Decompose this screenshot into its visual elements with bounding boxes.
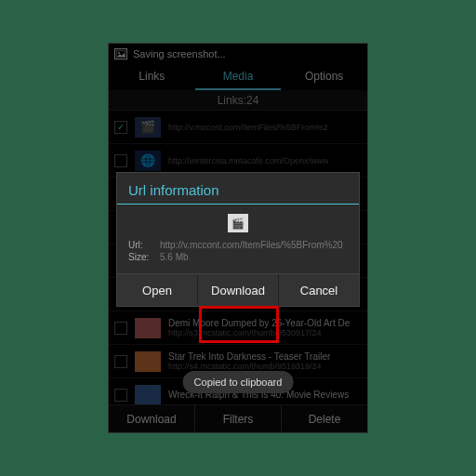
phone-screen: Saving screenshot... Links Media Options… — [108, 43, 368, 433]
dialog-title: Url information — [117, 173, 359, 204]
toast: Copied to clipboard — [183, 371, 294, 393]
divider — [117, 204, 359, 205]
size-label: Size: — [128, 252, 154, 262]
url-info-dialog: Url information 🎬 Url: http://v.mccont.c… — [116, 172, 360, 307]
dialog-body: Url: http://v.mccont.com/ItemFiles/%5BFr… — [117, 240, 359, 273]
dialog-icon-row: 🎬 — [117, 212, 359, 240]
dialog-download-button[interactable]: Download — [198, 274, 279, 306]
url-value: http://v.mccont.com/ItemFiles/%5BFrom%20 — [160, 240, 343, 250]
size-value: 5.6 Mb — [160, 252, 189, 262]
open-button[interactable]: Open — [117, 274, 198, 306]
dialog-actions: Open Download Cancel — [117, 273, 359, 306]
cancel-button[interactable]: Cancel — [279, 274, 359, 306]
url-label: Url: — [128, 240, 154, 250]
video-icon: 🎬 — [228, 214, 248, 232]
